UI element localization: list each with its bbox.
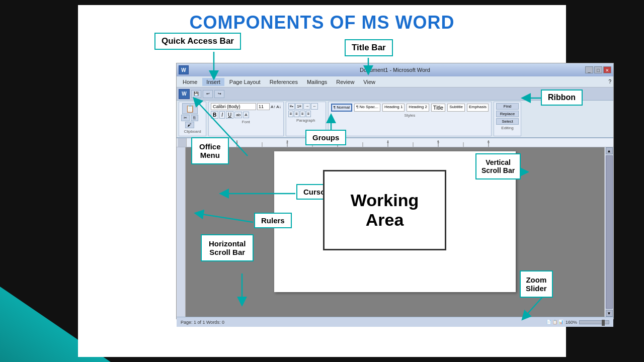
title-style[interactable]: Title bbox=[431, 104, 445, 112]
office-menu-label: OfficeMenu bbox=[191, 137, 229, 164]
zoom-slider-label: ZoomSlider bbox=[520, 270, 553, 298]
replace-btn[interactable]: Replace bbox=[496, 111, 519, 117]
outdent-btn[interactable]: ← bbox=[311, 103, 318, 110]
scroll-down-btn[interactable]: ▼ bbox=[606, 310, 613, 317]
svg-text:1: 1 bbox=[236, 140, 238, 144]
zoom-slider-thumb[interactable] bbox=[602, 320, 605, 326]
no-spacing-style[interactable]: ¶ No Spac... bbox=[354, 104, 380, 112]
maximize-button[interactable]: □ bbox=[594, 66, 602, 73]
undo-button[interactable]: ↩ bbox=[203, 90, 213, 98]
menu-review[interactable]: Review bbox=[332, 78, 358, 86]
font-size-input[interactable] bbox=[257, 103, 270, 110]
help-icon[interactable]: ? bbox=[608, 79, 611, 84]
working-area-label: WorkingArea bbox=[323, 170, 446, 250]
minimize-button[interactable]: _ bbox=[585, 66, 593, 73]
font-group: A↑ A↓ B I U ab A Font bbox=[208, 102, 284, 136]
zoom-slider-bar[interactable] bbox=[579, 320, 609, 324]
page-count: Page: 1 of 1 Words: 0 bbox=[181, 320, 224, 325]
slide: COMPONENTS OF MS WORD W Document1 - Micr… bbox=[78, 5, 566, 357]
menu-references[interactable]: References bbox=[266, 78, 302, 86]
bold-btn[interactable]: B bbox=[211, 111, 218, 119]
svg-text:4: 4 bbox=[387, 140, 389, 144]
align-right-btn[interactable]: ≡ bbox=[300, 111, 305, 117]
svg-text:6: 6 bbox=[488, 140, 490, 144]
shrink-font-btn[interactable]: A↓ bbox=[276, 105, 281, 109]
styles-group: ¶ Normal ¶ No Spac... Heading 1 Heading … bbox=[328, 102, 492, 136]
scroll-thumb[interactable] bbox=[606, 155, 613, 309]
redo-button[interactable]: ↪ bbox=[214, 90, 224, 98]
title-bar-text: Document1 - Microsoft Word bbox=[360, 67, 430, 73]
menu-bar: Home Insert Page Layout References Maili… bbox=[177, 76, 613, 87]
rulers-label: Rulers bbox=[254, 213, 292, 228]
underline-btn[interactable]: U bbox=[226, 111, 233, 119]
copy-btn[interactable]: ⎘ bbox=[191, 115, 198, 121]
font-family-input[interactable] bbox=[211, 103, 256, 110]
scroll-up-btn[interactable]: ▲ bbox=[606, 147, 613, 154]
emphasis-style[interactable]: Emphasis bbox=[467, 104, 489, 112]
view-icons: 📄 📋 📊 bbox=[546, 320, 564, 324]
grow-font-btn[interactable]: A↑ bbox=[271, 105, 275, 109]
horizontal-scroll-bar-label: HorizontalScroll Bar bbox=[201, 234, 254, 261]
title-bar-label: Title Bar bbox=[345, 39, 393, 56]
left-margin bbox=[177, 147, 186, 317]
svg-text:5: 5 bbox=[437, 140, 439, 144]
subtitle-style[interactable]: Subtitle bbox=[447, 104, 465, 112]
slide-title: COMPONENTS OF MS WORD bbox=[78, 5, 566, 37]
align-left-btn[interactable]: ≡ bbox=[288, 111, 294, 117]
quick-access-bar-label: Quick Access Bar bbox=[154, 33, 241, 50]
normal-style[interactable]: ¶ Normal bbox=[331, 104, 352, 112]
menu-insert[interactable]: Insert bbox=[202, 78, 224, 86]
menu-home[interactable]: Home bbox=[179, 78, 201, 86]
cut-btn[interactable]: ✂ bbox=[181, 115, 190, 121]
color-btn[interactable]: A bbox=[243, 112, 249, 118]
select-btn[interactable]: Select bbox=[496, 118, 519, 125]
ruler: 1 2 3 4 5 6 bbox=[177, 138, 613, 147]
close-button[interactable]: ✕ bbox=[603, 66, 611, 73]
heading2-style[interactable]: Heading 2 bbox=[407, 104, 429, 112]
heading1-style[interactable]: Heading 1 bbox=[382, 104, 405, 112]
bullet-list-btn[interactable]: ≡• bbox=[288, 103, 295, 110]
zoom-level: 160% bbox=[566, 320, 577, 325]
vertical-scroll-bar-label: VerticalScroll Bar bbox=[475, 153, 521, 179]
save-button[interactable]: 💾 bbox=[191, 90, 201, 98]
status-bar: Page: 1 of 1 Words: 0 📄 📋 📊 160% bbox=[177, 317, 613, 327]
editing-group: Find Replace Select Editing bbox=[494, 102, 521, 136]
svg-text:2: 2 bbox=[286, 140, 288, 144]
format-painter-btn[interactable]: 🖌 bbox=[185, 122, 194, 128]
clipboard-group: 📋 ✂ ⎘ 🖌 Clipboard bbox=[179, 102, 206, 136]
indent-btn[interactable]: → bbox=[303, 103, 310, 110]
menu-view[interactable]: View bbox=[359, 78, 379, 86]
justify-btn[interactable]: ≡ bbox=[306, 111, 311, 117]
title-bar: W Document1 - Microsoft Word _ □ ✕ bbox=[177, 63, 613, 76]
paste-btn[interactable]: 📋 bbox=[182, 103, 198, 114]
find-btn[interactable]: Find bbox=[496, 103, 519, 110]
italic-btn[interactable]: I bbox=[219, 111, 225, 119]
ribbon: 📋 ✂ ⎘ 🖌 Clipboard A↑ A↓ bbox=[177, 101, 613, 138]
menu-mailings[interactable]: Mailings bbox=[303, 78, 331, 86]
numbered-list-btn[interactable]: 1≡ bbox=[295, 103, 303, 110]
menu-pagelayout[interactable]: Page Layout bbox=[225, 78, 265, 86]
strikethrough-btn[interactable]: ab bbox=[234, 112, 242, 118]
ribbon-label: Ribbon bbox=[541, 89, 583, 106]
vertical-scrollbar[interactable]: ▲ ▼ bbox=[604, 147, 613, 317]
align-center-btn[interactable]: ≡ bbox=[294, 111, 299, 117]
groups-label: Groups bbox=[305, 130, 346, 145]
